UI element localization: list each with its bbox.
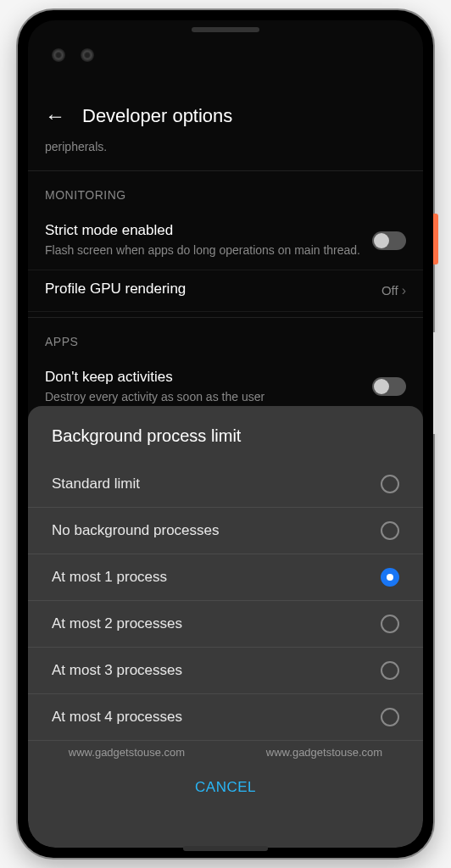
radio-icon: [381, 615, 399, 633]
dialog-option-3[interactable]: At most 3 processes: [28, 648, 423, 694]
app-header: ← Developer options: [28, 92, 423, 140]
chevron-right-icon: ›: [402, 283, 406, 298]
phone-frame: ← Developer options peripherals. MONITOR…: [18, 10, 433, 858]
radio-icon: [381, 708, 399, 726]
dialog-title: Background process limit: [28, 406, 423, 461]
value-text: Off: [381, 283, 398, 298]
setting-gpu-rendering[interactable]: Profile GPU rendering Off ›: [28, 270, 423, 312]
radio-icon: [381, 521, 399, 540]
watermark-text: www.gadgetstouse.com: [266, 746, 382, 759]
option-label: At most 3 processes: [52, 662, 182, 679]
setting-title: Profile GPU rendering: [45, 281, 381, 298]
toggle-knob: [374, 379, 389, 394]
option-label: At most 1 process: [52, 569, 167, 586]
setting-text: Don't keep activities Destroy every acti…: [45, 369, 372, 406]
setting-title: Don't keep activities: [45, 369, 372, 386]
radio-icon: [381, 661, 399, 680]
cancel-button[interactable]: CANCEL: [28, 764, 423, 811]
toggle-keep-activities[interactable]: [372, 377, 406, 396]
dialog-option-2[interactable]: At most 2 processes: [28, 601, 423, 648]
option-label: At most 2 processes: [52, 615, 182, 632]
section-header-apps: APPS: [28, 317, 423, 359]
app-content: ← Developer options peripherals. MONITOR…: [28, 20, 423, 848]
camera-cutouts: [52, 48, 94, 62]
watermarks: www.gadgetstouse.com www.gadgetstouse.co…: [28, 741, 423, 764]
page-title: Developer options: [82, 105, 232, 127]
dialog-option-none[interactable]: No background processes: [28, 508, 423, 554]
section-header-monitoring: MONITORING: [28, 170, 423, 212]
setting-desc: Destroy every activity as soon as the us…: [45, 389, 372, 406]
setting-title: Strict mode enabled: [45, 222, 372, 239]
dialog-bg-process-limit: Background process limit Standard limit …: [28, 406, 423, 848]
setting-value: Off ›: [381, 283, 406, 298]
back-arrow-icon[interactable]: ←: [45, 104, 65, 128]
radio-selected-icon: [381, 568, 399, 587]
camera-lens: [81, 48, 94, 62]
screen: ← Developer options peripherals. MONITOR…: [28, 20, 423, 848]
option-label: No background processes: [52, 522, 220, 539]
dialog-option-4[interactable]: At most 4 processes: [28, 694, 423, 741]
volume-button: [433, 332, 438, 434]
option-label: At most 4 processes: [52, 709, 182, 726]
camera-lens: [52, 48, 65, 62]
speaker-bottom: [183, 846, 268, 851]
power-button: [433, 214, 438, 264]
truncated-setting-desc: peripherals.: [28, 140, 423, 165]
setting-desc: Flash screen when apps do long operation…: [45, 242, 372, 259]
toggle-strict-mode[interactable]: [372, 231, 406, 250]
setting-text: Profile GPU rendering: [45, 281, 381, 301]
setting-text: Strict mode enabled Flash screen when ap…: [45, 222, 372, 259]
toggle-knob: [374, 233, 389, 248]
setting-strict-mode[interactable]: Strict mode enabled Flash screen when ap…: [28, 212, 423, 270]
dialog-option-standard[interactable]: Standard limit: [28, 461, 423, 508]
radio-icon: [381, 475, 399, 493]
watermark-text: www.gadgetstouse.com: [69, 746, 185, 759]
option-label: Standard limit: [52, 476, 140, 492]
dialog-option-1[interactable]: At most 1 process: [28, 554, 423, 601]
speaker-top: [192, 27, 259, 32]
